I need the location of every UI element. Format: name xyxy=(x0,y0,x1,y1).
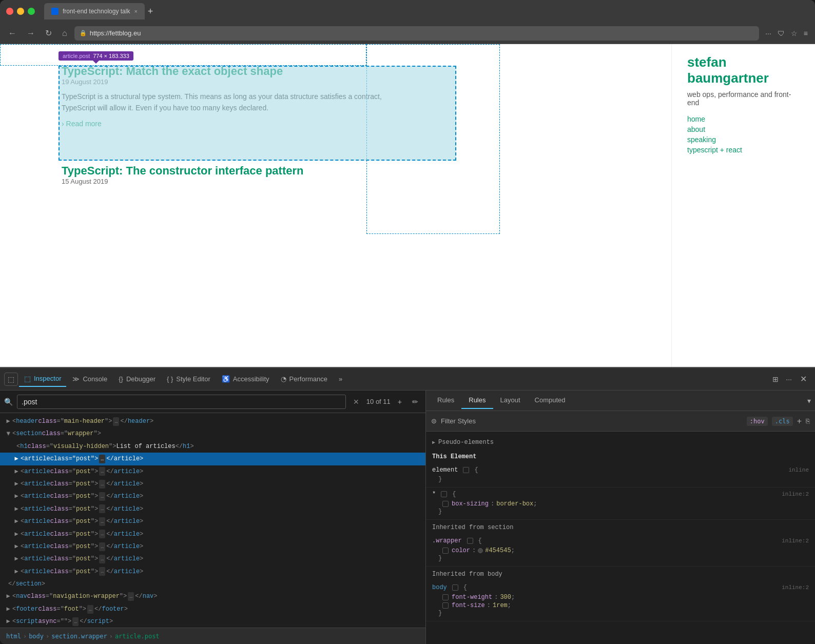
tree-row-h1[interactable]: <h1 class="visually-hidden" > List of ar… xyxy=(0,440,425,453)
back-button[interactable]: ← xyxy=(5,27,20,40)
body-style-box[interactable] xyxy=(452,584,458,591)
tab-close-btn[interactable]: × xyxy=(134,8,137,14)
tree-row-header[interactable]: ▶ <header class="main-header" > … </head… xyxy=(0,415,425,427)
prop-checkbox-font-weight[interactable] xyxy=(442,594,449,600)
tree-toggle-article-10[interactable]: ▶ xyxy=(12,567,21,577)
tree-toggle-article-6[interactable]: ▶ xyxy=(12,516,21,526)
forward-button[interactable]: → xyxy=(24,27,38,40)
tab-accessibility[interactable]: ♿ Accessibility xyxy=(217,372,275,386)
css-selector-body: body { inline:2 xyxy=(432,584,809,591)
tree-row-article-selected[interactable]: ▶ <article class="post" > … </article> xyxy=(0,453,425,465)
tree-row-footer[interactable]: ▶ <footer class="foot" > … </footer> xyxy=(0,603,425,615)
prop-checkbox-box-sizing[interactable] xyxy=(442,501,449,507)
css-tab-computed[interactable]: Computed xyxy=(528,392,573,409)
tree-toggle-article-8[interactable]: ▶ xyxy=(12,541,21,552)
tree-row-script[interactable]: ▶ <script async="" > … </script> xyxy=(0,615,425,628)
performance-label: Performance xyxy=(289,375,327,383)
css-tab-rules-active[interactable]: Rules xyxy=(461,392,493,409)
tree-toggle-nav[interactable]: ▶ xyxy=(4,591,12,601)
tree-toggle-article-5[interactable]: ▶ xyxy=(12,504,21,514)
breadcrumb-article-post[interactable]: article.post xyxy=(115,633,160,640)
devtools-close-button[interactable]: ✕ xyxy=(796,372,811,386)
add-style-rule-button[interactable]: + xyxy=(797,417,802,426)
tree-row-article-5[interactable]: ▶ <article class="post" > … </article> xyxy=(0,503,425,515)
tree-row-article-8[interactable]: ▶ <article class="post" > … </article> xyxy=(0,540,425,553)
tree-toggle-article-4[interactable]: ▶ xyxy=(12,491,21,501)
accessibility-icon: ♿ xyxy=(222,375,230,383)
home-button[interactable]: ⌂ xyxy=(59,27,70,40)
new-tab-button[interactable]: + xyxy=(148,6,153,17)
css-panel-dropdown[interactable]: ▾ xyxy=(807,397,811,405)
tree-toggle-article-9[interactable]: ▶ xyxy=(12,554,21,564)
tab-style-editor[interactable]: { } Style Editor xyxy=(162,372,216,386)
breadcrumb-section-wrapper[interactable]: section.wrapper xyxy=(51,633,107,640)
tree-toggle-article-2[interactable]: ▶ xyxy=(12,466,21,477)
css-tab-rules[interactable]: Rules xyxy=(430,392,461,409)
more-tools-button[interactable]: » xyxy=(334,372,347,386)
star-button[interactable]: ☆ xyxy=(789,27,800,40)
filter-hov-button[interactable]: :hov xyxy=(747,417,768,426)
tab-console[interactable]: ≫ Console xyxy=(67,372,112,386)
tree-toggle-article-7[interactable]: ▶ xyxy=(12,529,21,539)
prop-checkbox-color[interactable] xyxy=(442,548,449,554)
copy-styles-button[interactable]: ⎘ xyxy=(806,417,810,425)
tree-toggle-article-selected[interactable]: ▶ xyxy=(12,454,21,464)
minimize-traffic-light[interactable] xyxy=(17,8,24,15)
search-input[interactable] xyxy=(17,395,346,409)
search-edit-button[interactable]: ✏ xyxy=(409,396,421,407)
close-traffic-light[interactable] xyxy=(6,8,13,15)
article-read-more-1[interactable]: › Read more xyxy=(62,120,102,128)
universal-style-box[interactable] xyxy=(441,491,447,497)
address-bar[interactable]: 🔒 https://fettblog.eu xyxy=(74,26,759,41)
tree-toggle-header[interactable]: ▶ xyxy=(4,416,12,426)
console-label: Console xyxy=(83,375,107,383)
css-tab-layout[interactable]: Layout xyxy=(493,392,528,409)
wrapper-style-box[interactable] xyxy=(467,538,473,544)
tree-row-section-close[interactable]: </section> xyxy=(0,578,425,590)
tree-toggle-section[interactable]: ▶ xyxy=(3,430,13,438)
tree-row-article-9[interactable]: ▶ <article class="post" > … </article> xyxy=(0,553,425,565)
tree-row-article-7[interactable]: ▶ <article class="post" > … </article> xyxy=(0,528,425,540)
browser-tab[interactable]: front-end technology talk × xyxy=(44,3,145,19)
element-style-box[interactable] xyxy=(463,467,469,473)
universal-rule-source: inline:2 xyxy=(782,491,809,497)
nav-link-speaking[interactable]: speaking xyxy=(687,135,800,144)
breadcrumb-html[interactable]: html xyxy=(6,633,21,640)
nav-link-home[interactable]: home xyxy=(687,115,800,123)
tab-inspector[interactable]: ⬚ Inspector xyxy=(19,372,66,387)
tree-toggle-script[interactable]: ▶ xyxy=(4,616,12,627)
reload-button[interactable]: ↻ xyxy=(42,26,55,40)
tree-row-article-10[interactable]: ▶ <article class="post" > … </article> xyxy=(0,565,425,578)
prop-checkbox-font-size[interactable] xyxy=(442,602,449,609)
extensions-icon[interactable]: ≡ xyxy=(802,27,810,40)
tab-debugger[interactable]: {} Debugger xyxy=(113,372,161,386)
nav-link-typescript[interactable]: typescript + react xyxy=(687,146,800,154)
page-content: article.post 774 × 183.333 TypeScript: M… xyxy=(0,44,815,367)
filter-cls-button[interactable]: .cls xyxy=(772,417,793,426)
pseudo-elements-section[interactable]: ▶ Pseudo-elements xyxy=(426,436,815,449)
html-tree[interactable]: ▶ <header class="main-header" > … </head… xyxy=(0,413,425,628)
bookmarks-button[interactable]: ··· xyxy=(763,27,773,40)
maximize-traffic-light[interactable] xyxy=(28,8,35,15)
tree-row-nav[interactable]: ▶ <nav class="navigation-wrapper" > … </… xyxy=(0,590,425,602)
responsive-design-button[interactable]: ⊞ xyxy=(769,373,782,385)
tree-toggle-footer[interactable]: ▶ xyxy=(4,604,12,614)
devtools-options-button[interactable]: ··· xyxy=(783,373,795,385)
tooltip-size: 774 × 183.333 xyxy=(93,53,129,59)
tree-row-article-6[interactable]: ▶ <article class="post" > … </article> xyxy=(0,515,425,528)
tree-row-article-2[interactable]: ▶ <article class="post" > … </article> xyxy=(0,465,425,478)
nav-link-about[interactable]: about xyxy=(687,125,800,133)
article-title-1[interactable]: TypeScript: Match the exact object shape xyxy=(62,65,283,77)
search-prev-button[interactable]: + xyxy=(395,396,405,407)
color-swatch-454545[interactable] xyxy=(478,548,483,553)
element-picker-button[interactable]: ⬚ xyxy=(4,373,18,386)
shield-icon[interactable]: 🛡 xyxy=(775,27,787,40)
tree-row-article-3[interactable]: ▶ <article class="post" > … </article> xyxy=(0,478,425,490)
article-title-2[interactable]: TypeScript: The constructor interface pa… xyxy=(62,164,303,177)
tree-row-article-4[interactable]: ▶ <article class="post" > … </article> xyxy=(0,490,425,502)
search-clear-button[interactable]: ✕ xyxy=(350,397,362,407)
breadcrumb-body[interactable]: body xyxy=(29,633,44,640)
tree-toggle-article-3[interactable]: ▶ xyxy=(12,479,21,489)
tab-performance[interactable]: ◔ Performance xyxy=(276,372,333,386)
tree-row-section[interactable]: ▶ <section class="wrapper" > xyxy=(0,427,425,440)
